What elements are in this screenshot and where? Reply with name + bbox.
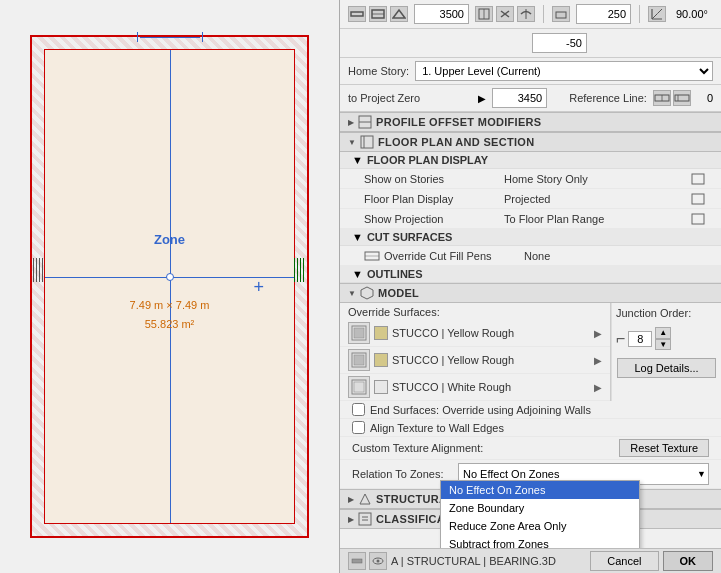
subsection-floor-plan-display[interactable]: ▼ FLOOR PLAN DISPLAY [340, 152, 721, 169]
checkbox-align-texture[interactable]: Align Texture to Wall Edges [340, 419, 721, 437]
dropdown-item-4[interactable]: Subtract from Zones [441, 535, 639, 548]
surface-arrow-2: ▶ [594, 355, 602, 366]
relation-dropdown-popup: No Effect On Zones Zone Boundary Reduce … [440, 480, 640, 548]
prop-show-on-stories-label: Show on Stories [364, 173, 504, 185]
status-icon-eye [369, 552, 387, 570]
floor-plan-triangle: ▼ [348, 138, 356, 147]
add-zone-icon[interactable]: + [253, 276, 264, 297]
prop-fpdisplay-value: Projected [504, 193, 691, 205]
angle-value: 90.00° [676, 8, 708, 20]
junction-spinners[interactable]: ▲ ▼ [655, 327, 671, 350]
content-area[interactable]: ▶ PROFILE OFFSET MODIFIERS ▼ FLOOR PLAN … [340, 112, 721, 548]
surface-swatch-2 [374, 353, 388, 367]
zone-inner-box: Zone 7.49 m × 7.49 m 55.823 m² + [44, 49, 295, 524]
surface-icon-2 [348, 349, 370, 371]
relation-to-zones-container: Relation To Zones: No Effect On Zones ▼ … [340, 460, 721, 489]
ref-line-icon-2 [673, 90, 691, 106]
surface-name-2: STUCCO | Yellow Rough [392, 354, 590, 366]
surfaces-layout: Override Surfaces: STUCCO | Yellow Rough… [340, 303, 721, 401]
relation-label: Relation To Zones: [352, 468, 452, 480]
project-zero-link[interactable]: to Project Zero [348, 92, 420, 104]
checkbox-end-surfaces[interactable]: End Surfaces: Override using Adjoining W… [340, 401, 721, 419]
zone-label: Zone [154, 232, 185, 247]
junction-value: 8 [628, 331, 652, 347]
classification-icon [358, 512, 372, 526]
dim-arrow-top [137, 32, 203, 42]
angle-icon [648, 6, 666, 22]
cancel-button[interactable]: Cancel [590, 551, 658, 571]
end-surfaces-label: End Surfaces: Override using Adjoining W… [370, 404, 591, 416]
dimension-input-1[interactable] [414, 4, 469, 24]
svg-rect-28 [359, 513, 371, 525]
section-profile-title: PROFILE OFFSET MODIFIERS [376, 116, 541, 128]
surface-row-2[interactable]: STUCCO | Yellow Rough ▶ [340, 347, 610, 374]
wall-icon-1 [348, 6, 366, 22]
prop-override-cut-label: Override Cut Fill Pens [384, 250, 524, 262]
ref-line-label: Reference Line: [569, 92, 647, 104]
surface-icon-1 [348, 322, 370, 344]
prop-override-cut: Override Cut Fill Pens None [340, 246, 721, 266]
dropdown-item-2[interactable]: Zone Boundary [441, 499, 639, 517]
height-icon-2 [496, 6, 514, 22]
height-icons [475, 6, 535, 22]
surfaces-left-col: Override Surfaces: STUCCO | Yellow Rough… [340, 303, 610, 401]
project-zero-input[interactable] [492, 88, 547, 108]
svg-rect-11 [675, 95, 689, 101]
junction-up-btn[interactable]: ▲ [655, 327, 671, 339]
ok-button[interactable]: OK [663, 551, 714, 571]
structural-icon [358, 492, 372, 506]
divider-1 [543, 5, 544, 23]
surface-swatch-1 [374, 326, 388, 340]
prop-floor-plan-display: Floor Plan Display Projected [340, 189, 721, 209]
surface-row-1[interactable]: STUCCO | Yellow Rough ▶ [340, 320, 610, 347]
home-story-row: Home Story: 1. Upper Level (Current) [340, 58, 721, 85]
project-zero-arrow: ▶ [478, 93, 486, 104]
dropdown-item-1[interactable]: No Effect On Zones [441, 481, 639, 499]
prop-show-projection: Show Projection To Floor Plan Range [340, 209, 721, 229]
prop-show-projection-label: Show Projection [364, 213, 504, 225]
status-text: A | STRUCTURAL | BEARING.3D [391, 555, 556, 567]
svg-point-33 [377, 560, 380, 563]
fpdisplay-triangle: ▼ [352, 154, 363, 166]
surface-row-3[interactable]: STUCCO | White Rough ▶ [340, 374, 610, 401]
dropdown-item-3[interactable]: Reduce Zone Area Only [441, 517, 639, 535]
svg-rect-17 [692, 174, 704, 184]
log-details-button[interactable]: Log Details... [617, 358, 715, 378]
svg-rect-18 [692, 194, 704, 204]
section-floor-plan[interactable]: ▼ FLOOR PLAN AND SECTION [340, 132, 721, 152]
subsection-outlines[interactable]: ▼ OUTLINES [340, 266, 721, 283]
surface-arrow-1: ▶ [594, 328, 602, 339]
status-icons [348, 552, 387, 570]
section-floor-plan-title: FLOOR PLAN AND SECTION [378, 136, 535, 148]
surface-name-1: STUCCO | Yellow Rough [392, 327, 590, 339]
relation-dropdown-arrow: ▼ [697, 469, 706, 479]
zone-dimensions: 7.49 m × 7.49 m 55.823 m² [130, 296, 210, 333]
section-model[interactable]: ▼ MODEL [340, 283, 721, 303]
junction-down-btn[interactable]: ▼ [655, 339, 671, 351]
align-texture-checkbox[interactable] [352, 421, 365, 434]
wall-icon-2 [369, 6, 387, 22]
home-story-select[interactable]: 1. Upper Level (Current) [415, 61, 713, 81]
section-profile[interactable]: ▶ PROFILE OFFSET MODIFIERS [340, 112, 721, 132]
height-icon-1 [475, 6, 493, 22]
offset-input[interactable] [532, 33, 587, 53]
junction-order-label: Junction Order: [616, 307, 717, 319]
ref-line-value: 0 [707, 92, 713, 104]
svg-rect-25 [354, 355, 364, 365]
svg-rect-15 [361, 136, 373, 148]
subsection-fpdisplay-title: FLOOR PLAN DISPLAY [367, 154, 488, 166]
show-on-stories-icon [691, 172, 705, 186]
prop-fpdisplay-label: Floor Plan Display [364, 193, 504, 205]
project-zero-row: to Project Zero ▶ Reference Line: 0 [340, 85, 721, 112]
canvas-area: Zone 7.49 m × 7.49 m 55.823 m² + [0, 0, 339, 573]
svg-rect-0 [351, 12, 363, 16]
surface-swatch-3 [374, 380, 388, 394]
subsection-cut-surfaces-title: CUT SURFACES [367, 231, 453, 243]
subsection-cut-surfaces[interactable]: ▼ CUT SURFACES [340, 229, 721, 246]
end-surfaces-checkbox[interactable] [352, 403, 365, 416]
dimension-input-2[interactable] [576, 4, 631, 24]
custom-texture-row: Custom Texture Alignment: Reset Texture [340, 437, 721, 460]
section-model-title: MODEL [378, 287, 419, 299]
ref-line-icon-1 [653, 90, 671, 106]
reset-texture-button[interactable]: Reset Texture [619, 439, 709, 457]
